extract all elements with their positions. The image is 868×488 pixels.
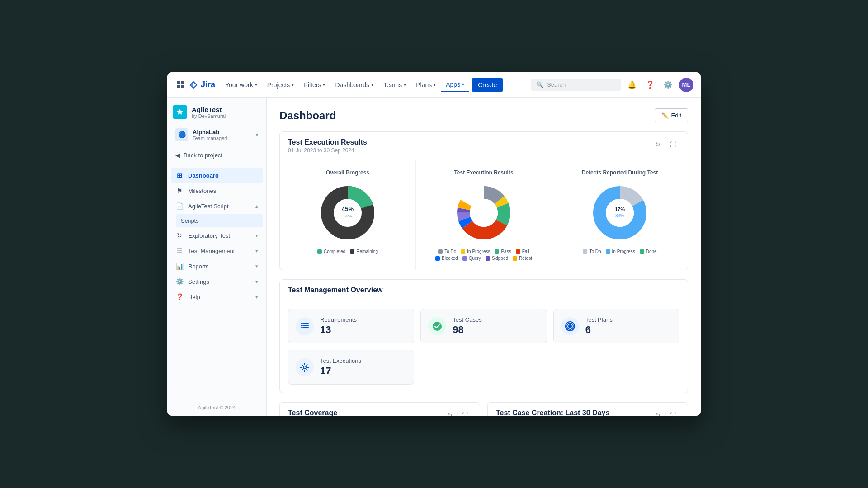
test-execution-section: Test Execution Results 01 Jul 2023 to 30… [279, 131, 688, 270]
test-case-creation-section: Test Case Creation: Last 30 Days ↻ ⛶ [487, 402, 688, 416]
project-avatar: 🔵 [175, 128, 188, 141]
back-to-project-button[interactable]: ◀ Back to project [171, 148, 263, 162]
chevron-down-icon: ▾ [371, 82, 373, 87]
test-plans-value: 6 [585, 324, 613, 336]
help-button[interactable]: ❓ [643, 78, 657, 92]
defects-chart: Defects Reported During Test 17% [552, 160, 688, 270]
legend-query: Query [462, 256, 481, 261]
sidebar-item-exploratory-test[interactable]: ↻ Exploratory Test ▾ [171, 228, 263, 243]
sidebar-footer: AgileTest © 2024 [167, 399, 266, 416]
reports-icon: 📊 [175, 263, 184, 270]
chevron-down-icon: ▾ [255, 233, 258, 239]
test-executions-card[interactable]: Test Executions 17 [288, 350, 414, 385]
overall-progress-svg: 45% 55% [316, 181, 379, 244]
remaining-dot [350, 249, 354, 254]
nav-filters[interactable]: Filters ▾ [299, 79, 330, 91]
chevron-down-icon: ▾ [255, 279, 258, 285]
page-title: Dashboard [279, 109, 336, 122]
project-name: AlphaLab [193, 129, 251, 136]
requirements-label: Requirements [320, 316, 357, 323]
notifications-button[interactable]: 🔔 [625, 78, 639, 92]
sidebar-item-help[interactable]: ❓ Help ▾ [171, 290, 263, 304]
sidebar-item-dashboard[interactable]: ⊞ Dashboard [171, 168, 263, 183]
svg-rect-24 [301, 325, 302, 326]
chevron-down-icon: ▾ [256, 132, 258, 137]
svg-text:83%: 83% [615, 213, 624, 218]
sidebar-item-agiletest-script[interactable]: 📄 AgileTest Script ▴ [171, 199, 263, 213]
svg-rect-1 [181, 81, 184, 84]
project-type: Team-managed [193, 136, 251, 141]
overall-progress-title: Overall Progress [289, 169, 406, 176]
refresh-creation-button[interactable]: ↻ [651, 409, 664, 416]
app-title: AgileTest [192, 106, 226, 113]
expand-coverage-button[interactable]: ⛶ [459, 409, 472, 416]
sidebar-item-settings[interactable]: ⚙️ Settings ▾ [171, 274, 263, 289]
sidebar-header: AgileTest by DevSamurai [167, 98, 266, 125]
test-execution-donut: To Do In Progress Pass [425, 181, 542, 261]
chevron-down-icon: ▾ [292, 82, 294, 87]
defects-donut: 17% 83% To Do In Progress [561, 181, 679, 254]
test-execution-svg [452, 181, 515, 244]
user-avatar[interactable]: ML [679, 78, 693, 92]
chevron-down-icon: ▾ [255, 248, 258, 254]
overall-progress-legend: Completed Remaining [317, 249, 378, 254]
create-button[interactable]: Create [472, 78, 503, 92]
milestones-icon: ⚑ [175, 187, 184, 194]
svg-text:55%: 55% [344, 214, 352, 218]
main-content: Dashboard ✏️ Edit Test Execution Results… [267, 98, 701, 416]
nav-apps[interactable]: Apps ▾ [441, 78, 469, 92]
refresh-coverage-button[interactable]: ↻ [443, 409, 456, 416]
test-coverage-header: Test Coverage ↻ ⛶ [280, 403, 480, 416]
sidebar-item-milestones[interactable]: ⚑ Milestones [171, 183, 263, 198]
requirements-card[interactable]: Requirements 13 [288, 309, 414, 343]
help-icon: ❓ [175, 293, 184, 300]
chevron-down-icon: ▾ [462, 82, 464, 87]
expand-button[interactable]: ⛶ [667, 138, 679, 151]
test-case-creation-title: Test Case Creation: Last 30 Days [496, 409, 609, 416]
project-selector[interactable]: 🔵 AlphaLab Team-managed ▾ [171, 125, 263, 145]
test-management-section: Test Management Overview [279, 279, 688, 393]
requirements-value: 13 [320, 324, 357, 336]
nav-plans[interactable]: Plans ▾ [411, 79, 440, 91]
script-icon: 📄 [175, 202, 184, 210]
sidebar-divider [173, 166, 261, 166]
exploratory-icon: ↻ [175, 232, 184, 239]
nav-your-work[interactable]: Your work ▾ [221, 79, 262, 91]
body-area: AgileTest by DevSamurai 🔵 AlphaLab Team-… [167, 98, 701, 416]
legend-blocked: Blocked [435, 256, 458, 261]
overall-progress-chart: Overall Progress 45% 55% [280, 160, 416, 270]
chevron-down-icon: ▾ [434, 82, 436, 87]
test-management-title: Test Management Overview [288, 286, 383, 294]
search-box[interactable]: 🔍 Search [531, 79, 621, 91]
search-icon: 🔍 [536, 81, 543, 88]
settings-button[interactable]: ⚙️ [661, 78, 675, 92]
test-executions-label: Test Executions [320, 357, 361, 364]
test-coverage-section: Test Coverage ↻ ⛶ [279, 402, 480, 416]
nav-projects[interactable]: Projects ▾ [263, 79, 299, 91]
nav-teams[interactable]: Teams ▾ [379, 79, 410, 91]
legend-fail: Fail [516, 249, 529, 254]
legend-remaining: Remaining [350, 249, 378, 254]
sidebar-item-test-management[interactable]: ☰ Test Management ▾ [171, 244, 263, 258]
settings-icon: ⚙️ [175, 278, 184, 285]
test-plans-card[interactable]: Test Plans 6 [553, 309, 679, 343]
back-icon: ◀ [175, 152, 180, 159]
chevron-down-icon: ▾ [323, 82, 325, 87]
legend-defects-inprogress: In Progress [606, 249, 635, 254]
sidebar-item-reports[interactable]: 📊 Reports ▾ [171, 259, 263, 273]
expand-creation-button[interactable]: ⛶ [667, 409, 679, 416]
refresh-button[interactable]: ↻ [651, 138, 664, 151]
sidebar-item-scripts[interactable]: Scripts [176, 214, 263, 227]
test-management-icon: ☰ [175, 247, 184, 254]
nav-dashboards[interactable]: Dashboards ▾ [330, 79, 378, 91]
jira-logo[interactable]: Jira [189, 80, 215, 89]
edit-button[interactable]: ✏️ Edit [655, 108, 688, 122]
legend-defects-todo: To Do [583, 249, 601, 254]
test-execution-legend: To Do In Progress Pass [425, 249, 542, 261]
project-info: AlphaLab Team-managed [193, 129, 251, 141]
grid-icon[interactable] [175, 79, 187, 91]
test-cases-card[interactable]: Test Cases 98 [420, 309, 547, 343]
agiletest-logo [173, 105, 187, 119]
page-header: Dashboard ✏️ Edit [279, 108, 688, 122]
svg-rect-22 [301, 323, 302, 324]
